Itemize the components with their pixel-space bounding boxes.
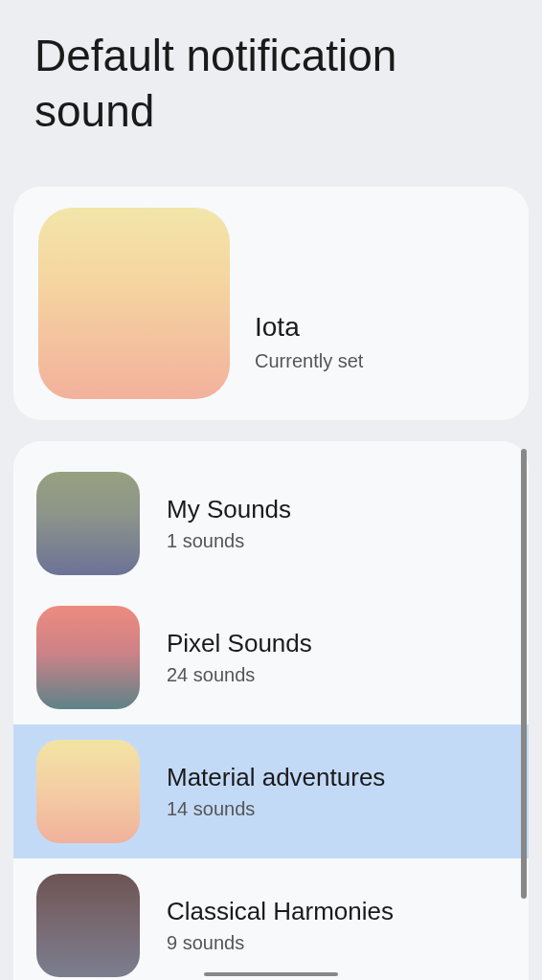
category-info: Classical Harmonies 9 sounds: [167, 897, 394, 954]
current-sound-swatch: [38, 208, 230, 399]
category-item-my-sounds[interactable]: My Sounds 1 sounds: [13, 457, 529, 590]
gesture-handle[interactable]: [204, 972, 338, 976]
category-swatch: [36, 472, 140, 575]
current-sound-card[interactable]: Iota Currently set: [13, 187, 529, 420]
sound-category-list: My Sounds 1 sounds Pixel Sounds 24 sound…: [13, 441, 529, 980]
category-count: 24 sounds: [167, 664, 312, 686]
scrollbar[interactable]: [521, 449, 527, 899]
category-swatch: [36, 874, 140, 977]
category-name: My Sounds: [167, 495, 291, 524]
category-name: Material adventures: [167, 763, 385, 792]
category-info: Material adventures 14 sounds: [167, 763, 385, 820]
category-item-pixel-sounds[interactable]: Pixel Sounds 24 sounds: [13, 590, 529, 724]
category-info: Pixel Sounds 24 sounds: [167, 629, 312, 686]
category-name: Pixel Sounds: [167, 629, 312, 658]
category-count: 1 sounds: [167, 530, 291, 552]
category-item-classical-harmonies[interactable]: Classical Harmonies 9 sounds: [13, 858, 529, 980]
category-item-material-adventures[interactable]: Material adventures 14 sounds: [13, 724, 529, 858]
current-sound-name: Iota: [255, 312, 363, 343]
page-title: Default notification sound: [0, 0, 542, 148]
category-count: 14 sounds: [167, 798, 385, 820]
category-name: Classical Harmonies: [167, 897, 394, 926]
current-sound-status: Currently set: [255, 350, 363, 372]
current-sound-info: Iota Currently set: [255, 235, 363, 372]
category-swatch: [36, 740, 140, 843]
category-swatch: [36, 606, 140, 709]
category-info: My Sounds 1 sounds: [167, 495, 291, 552]
category-count: 9 sounds: [167, 932, 394, 954]
